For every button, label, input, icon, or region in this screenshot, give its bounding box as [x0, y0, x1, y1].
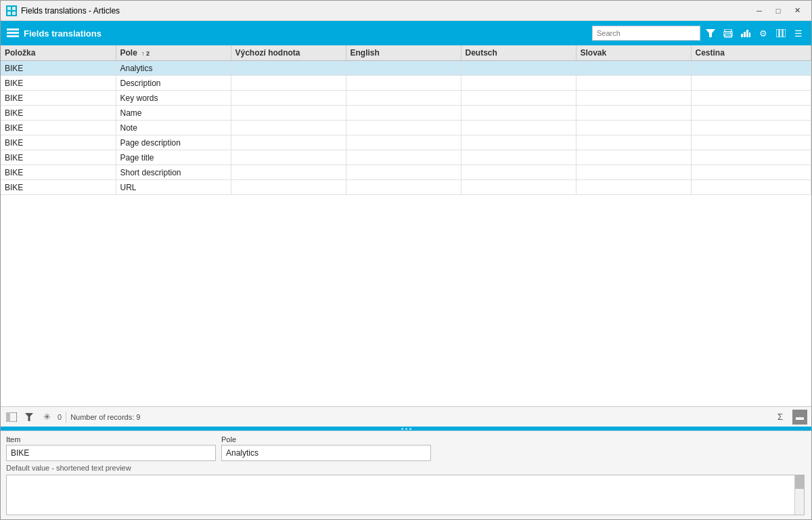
svg-rect-16 — [776, 29, 779, 37]
svg-rect-6 — [7, 35, 19, 37]
cell-slovak — [576, 76, 691, 91]
cell-pole: Short description — [116, 165, 231, 180]
item-label: Item — [6, 435, 216, 443]
chart-icon-btn[interactable] — [738, 26, 753, 41]
col-header-polozka[interactable]: Položka — [1, 45, 116, 61]
cell-english — [346, 61, 461, 76]
table-row[interactable]: BIKEName — [1, 106, 811, 121]
panel-toggle-button[interactable]: ▬ — [792, 410, 807, 425]
table-row[interactable]: BIKEURL — [1, 180, 811, 195]
cell-english — [346, 165, 461, 180]
cell-vychozi — [231, 91, 346, 106]
cell-english — [346, 150, 461, 165]
cell-polozka: BIKE — [1, 106, 116, 121]
cell-deutsch — [461, 121, 576, 135]
cell-deutsch — [461, 180, 576, 195]
main-window: Fields translations - Articles ─ □ ✕ Fie… — [0, 0, 812, 520]
table-row[interactable]: BIKEShort description — [1, 165, 811, 180]
pole-label: Pole — [221, 435, 431, 443]
cell-slovak — [576, 91, 691, 106]
fields-icon — [6, 26, 20, 40]
filter-count: 0 — [58, 413, 62, 421]
cell-english — [346, 135, 461, 150]
table-row[interactable]: BIKEPage description — [1, 135, 811, 150]
table-scroll[interactable]: Položka Pole ↑ 2 Výchozí hodnota English — [1, 45, 811, 406]
filter-btn[interactable] — [22, 410, 36, 424]
cell-polozka: BIKE — [1, 61, 116, 76]
snowflake-icon[interactable]: ✳ — [40, 410, 53, 424]
preview-label: Default value - shortened text preview — [6, 464, 806, 472]
preview-section: Default value - shortened text preview — [6, 464, 806, 515]
gear-icon-btn[interactable]: ⚙ — [756, 26, 771, 41]
svg-rect-2 — [7, 12, 11, 15]
search-input[interactable] — [592, 26, 700, 41]
cell-slovak — [576, 61, 691, 76]
cell-deutsch — [461, 165, 576, 180]
detail-fields-row: Item Pole — [6, 435, 806, 461]
table-row[interactable]: BIKEAnalytics — [1, 61, 811, 76]
cell-cestina — [691, 61, 811, 76]
pole-input[interactable] — [221, 445, 431, 461]
maximize-button[interactable]: □ — [769, 4, 787, 18]
cell-cestina — [691, 91, 811, 106]
status-divider — [66, 412, 66, 422]
columns-icon-btn[interactable] — [773, 26, 788, 41]
table-row[interactable]: BIKEDescription — [1, 76, 811, 91]
cell-slovak — [576, 135, 691, 150]
table-row[interactable]: BIKEKey words — [1, 91, 811, 106]
col-header-pole[interactable]: Pole ↑ 2 — [116, 45, 231, 61]
resize-dot-1 — [401, 428, 403, 430]
cell-vychozi — [231, 150, 346, 165]
title-bar: Fields translations - Articles ─ □ ✕ — [1, 1, 811, 21]
col-header-english[interactable]: English — [346, 45, 461, 61]
panel-icon-btn[interactable] — [5, 410, 18, 424]
cell-polozka: BIKE — [1, 150, 116, 165]
cell-cestina — [691, 76, 811, 91]
cell-vychozi — [231, 135, 346, 150]
cell-pole: Name — [116, 106, 231, 121]
cell-slovak — [576, 150, 691, 165]
table-header: Položka Pole ↑ 2 Výchozí hodnota English — [1, 45, 811, 61]
table-row[interactable]: BIKEPage title — [1, 150, 811, 165]
col-header-vychozi[interactable]: Výchozí hodnota — [231, 45, 346, 61]
scrollbar-thumb — [795, 475, 805, 489]
svg-rect-13 — [744, 32, 746, 37]
col-header-cestina[interactable]: Cestina — [691, 45, 811, 61]
cell-deutsch — [461, 76, 576, 91]
item-input[interactable] — [6, 445, 216, 461]
cell-cestina — [691, 165, 811, 180]
col-header-slovak[interactable]: Slovak — [576, 45, 691, 61]
table-row[interactable]: BIKENote — [1, 121, 811, 135]
cell-pole: Key words — [116, 91, 231, 106]
cell-vychozi — [231, 76, 346, 91]
menu-icon-btn[interactable]: ☰ — [791, 26, 806, 41]
title-bar-icon — [6, 5, 17, 16]
cell-pole: Page title — [116, 150, 231, 165]
col-header-deutsch[interactable]: Deutsch — [461, 45, 576, 61]
svg-marker-21 — [25, 413, 33, 421]
close-button[interactable]: ✕ — [788, 4, 806, 18]
svg-rect-14 — [746, 30, 748, 37]
sum-button[interactable]: Σ — [772, 410, 788, 425]
cell-slovak — [576, 165, 691, 180]
cell-polozka: BIKE — [1, 180, 116, 195]
title-bar-controls: ─ □ ✕ — [750, 4, 806, 18]
cell-deutsch — [461, 91, 576, 106]
cell-deutsch — [461, 135, 576, 150]
print-icon-btn[interactable] — [721, 26, 736, 41]
cell-vychozi — [231, 106, 346, 121]
resize-dots — [401, 428, 411, 430]
preview-scrollbar[interactable] — [794, 475, 804, 515]
cell-pole: Description — [116, 76, 231, 91]
cell-polozka: BIKE — [1, 165, 116, 180]
filter-icon-btn[interactable] — [703, 26, 718, 41]
cell-polozka: BIKE — [1, 76, 116, 91]
cell-deutsch — [461, 150, 576, 165]
svg-rect-1 — [12, 7, 16, 10]
minimize-button[interactable]: ─ — [750, 4, 768, 18]
header-tools: ⚙ ☰ — [592, 26, 806, 41]
cell-pole: Page description — [116, 135, 231, 150]
cell-slovak — [576, 180, 691, 195]
cell-vychozi — [231, 121, 346, 135]
cell-english — [346, 180, 461, 195]
